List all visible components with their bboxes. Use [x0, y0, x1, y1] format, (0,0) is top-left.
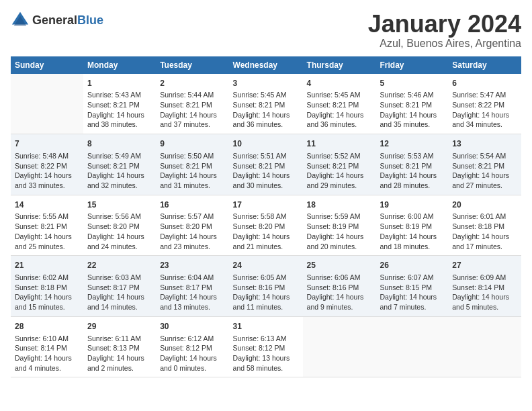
day-info-line: and 9 minutes. — [307, 302, 372, 312]
calendar-cell: 18Sunrise: 5:59 AMSunset: 8:19 PMDayligh… — [303, 195, 376, 256]
day-number: 30 — [160, 321, 224, 332]
day-info-line: Sunset: 8:20 PM — [87, 222, 152, 232]
day-info-line: and 36 minutes. — [233, 120, 299, 130]
calendar-cell: 21Sunrise: 6:02 AMSunset: 8:18 PMDayligh… — [11, 256, 83, 317]
calendar-cell: 8Sunrise: 5:49 AMSunset: 8:21 PMDaylight… — [83, 134, 156, 195]
day-number: 14 — [15, 199, 79, 211]
day-number: 25 — [307, 260, 372, 271]
day-info-line: Sunset: 8:12 PM — [233, 343, 299, 353]
day-info-line: Sunset: 8:19 PM — [380, 222, 444, 232]
day-info-line: and 24 minutes. — [87, 242, 152, 252]
day-info-line: and 14 minutes. — [87, 302, 152, 312]
day-info-line: Daylight: 13 hours — [233, 353, 299, 363]
day-info-line: Sunset: 8:22 PM — [452, 100, 517, 110]
day-info-line: Daylight: 14 hours — [15, 171, 79, 181]
day-info-line: Daylight: 14 hours — [15, 292, 79, 302]
day-info-line: Sunrise: 5:46 AM — [380, 90, 444, 100]
day-number: 21 — [15, 260, 79, 271]
day-info-line: Daylight: 14 hours — [452, 292, 517, 302]
day-info-line: Sunset: 8:21 PM — [380, 100, 444, 110]
day-number: 2 — [160, 78, 224, 89]
day-info-line: and 58 minutes. — [233, 363, 299, 373]
day-info-line: Sunrise: 6:01 AM — [452, 212, 517, 222]
day-number: 7 — [15, 138, 79, 150]
calendar-cell: 16Sunrise: 5:57 AMSunset: 8:20 PMDayligh… — [156, 195, 228, 256]
day-info-line: Sunset: 8:17 PM — [87, 283, 152, 293]
day-info-line: and 11 minutes. — [233, 302, 299, 312]
calendar-cell: 11Sunrise: 5:52 AMSunset: 8:21 PMDayligh… — [303, 134, 376, 195]
day-info-line: Sunset: 8:21 PM — [307, 100, 372, 110]
calendar-cell: 3Sunrise: 5:45 AMSunset: 8:21 PMDaylight… — [229, 74, 303, 134]
logo: GeneralBlue — [11, 11, 103, 30]
day-info-line: Sunrise: 6:10 AM — [15, 334, 79, 344]
day-number: 24 — [233, 260, 299, 271]
day-info-line: and 5 minutes. — [452, 302, 517, 312]
day-info-line: Sunset: 8:17 PM — [160, 283, 224, 293]
header-wednesday: Wednesday — [229, 56, 303, 74]
header-thursday: Thursday — [303, 56, 376, 74]
calendar-cell — [11, 74, 83, 134]
day-number: 18 — [307, 199, 372, 211]
day-info-line: Daylight: 14 hours — [15, 232, 79, 242]
day-info-line: and 21 minutes. — [233, 242, 299, 252]
day-info-line: and 36 minutes. — [307, 120, 372, 130]
day-info-line: Daylight: 14 hours — [87, 292, 152, 302]
day-info-line: Sunrise: 6:09 AM — [452, 273, 517, 283]
calendar-cell — [303, 316, 376, 377]
day-info-line: Sunrise: 5:55 AM — [15, 212, 79, 222]
day-info-line: Daylight: 14 hours — [307, 110, 372, 120]
calendar-cell: 17Sunrise: 5:58 AMSunset: 8:20 PMDayligh… — [229, 195, 303, 256]
day-info-line: Sunrise: 6:04 AM — [160, 273, 224, 283]
day-number: 9 — [160, 138, 224, 150]
day-info-line: Sunset: 8:13 PM — [87, 343, 152, 353]
day-info-line: Sunrise: 5:53 AM — [380, 151, 444, 161]
day-info-line: Sunset: 8:21 PM — [15, 222, 79, 232]
page-header: GeneralBlue January 2024 Azul, Buenos Ai… — [11, 11, 521, 50]
calendar-cell: 7Sunrise: 5:48 AMSunset: 8:22 PMDaylight… — [11, 134, 83, 195]
day-info-line: Sunrise: 6:12 AM — [160, 334, 224, 344]
calendar-cell: 27Sunrise: 6:09 AMSunset: 8:14 PMDayligh… — [448, 256, 521, 317]
day-number: 31 — [233, 321, 299, 332]
day-info-line: Daylight: 14 hours — [380, 171, 444, 181]
day-info-line: Sunrise: 5:47 AM — [452, 90, 517, 100]
day-info-line: Sunrise: 5:52 AM — [307, 151, 372, 161]
day-info-line: Daylight: 14 hours — [87, 110, 152, 120]
calendar-cell: 13Sunrise: 5:54 AMSunset: 8:21 PMDayligh… — [448, 134, 521, 195]
day-info-line: and 34 minutes. — [452, 120, 517, 130]
day-info-line: and 33 minutes. — [15, 181, 79, 191]
day-number: 23 — [160, 260, 224, 271]
logo-icon — [11, 11, 30, 30]
day-info-line: Daylight: 14 hours — [380, 110, 444, 120]
calendar-cell: 4Sunrise: 5:45 AMSunset: 8:21 PMDaylight… — [303, 74, 376, 134]
day-info-line: Sunset: 8:21 PM — [233, 161, 299, 171]
day-info-line: and 4 minutes. — [15, 363, 79, 373]
calendar-week-row: 1Sunrise: 5:43 AMSunset: 8:21 PMDaylight… — [11, 74, 521, 134]
calendar-cell: 15Sunrise: 5:56 AMSunset: 8:20 PMDayligh… — [83, 195, 156, 256]
calendar-cell: 26Sunrise: 6:07 AMSunset: 8:15 PMDayligh… — [375, 256, 448, 317]
day-info-line: Sunset: 8:14 PM — [15, 343, 79, 353]
day-number: 10 — [233, 138, 299, 150]
logo-text: GeneralBlue — [32, 13, 103, 28]
day-number: 28 — [15, 321, 79, 332]
header-monday: Monday — [83, 56, 156, 74]
day-info-line: Sunset: 8:16 PM — [307, 283, 372, 293]
day-number: 22 — [87, 260, 152, 271]
day-info-line: and 28 minutes. — [380, 181, 444, 191]
day-info-line: Daylight: 14 hours — [307, 232, 372, 242]
day-info-line: Sunrise: 6:11 AM — [87, 334, 152, 344]
day-info-line: Sunset: 8:21 PM — [380, 161, 444, 171]
day-info-line: and 38 minutes. — [87, 120, 152, 130]
day-number: 17 — [233, 199, 299, 211]
day-number: 12 — [380, 138, 444, 150]
day-info-line: Sunset: 8:15 PM — [380, 283, 444, 293]
day-info-line: Daylight: 14 hours — [233, 232, 299, 242]
day-info-line: and 20 minutes. — [307, 242, 372, 252]
calendar-cell: 25Sunrise: 6:06 AMSunset: 8:16 PMDayligh… — [303, 256, 376, 317]
day-info-line: Sunset: 8:20 PM — [233, 222, 299, 232]
header-saturday: Saturday — [448, 56, 521, 74]
day-number: 4 — [307, 78, 372, 89]
calendar-cell — [448, 316, 521, 377]
day-info-line: Sunrise: 6:07 AM — [380, 273, 444, 283]
day-info-line: Daylight: 14 hours — [307, 292, 372, 302]
day-info-line: Sunrise: 5:45 AM — [233, 90, 299, 100]
